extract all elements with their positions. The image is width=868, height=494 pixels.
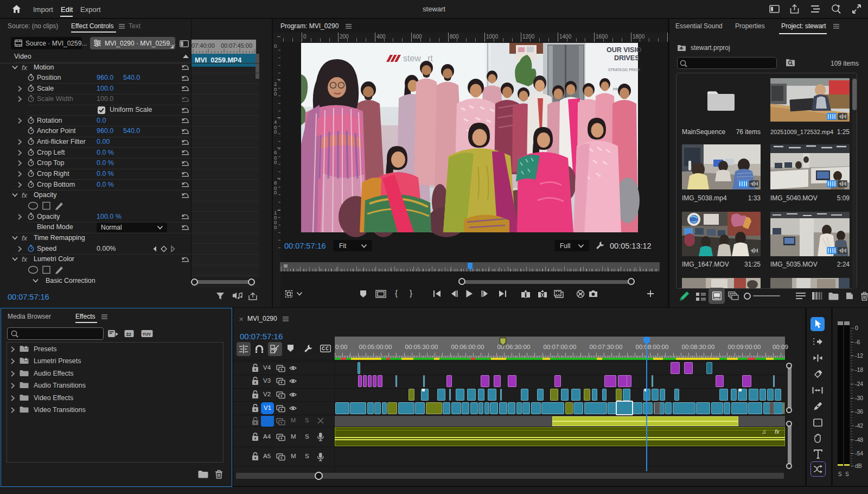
- svg-text:STRATEGIC PRIOR: STRATEGIC PRIOR: [608, 68, 640, 72]
- svg-text:32: 32: [126, 332, 131, 337]
- svg-text:DRIVES: DRIVES: [614, 54, 640, 62]
- svg-text:OUR VISIO: OUR VISIO: [607, 46, 642, 54]
- svg-text:YUV: YUV: [143, 332, 151, 337]
- svg-text:stew: stew: [403, 54, 421, 63]
